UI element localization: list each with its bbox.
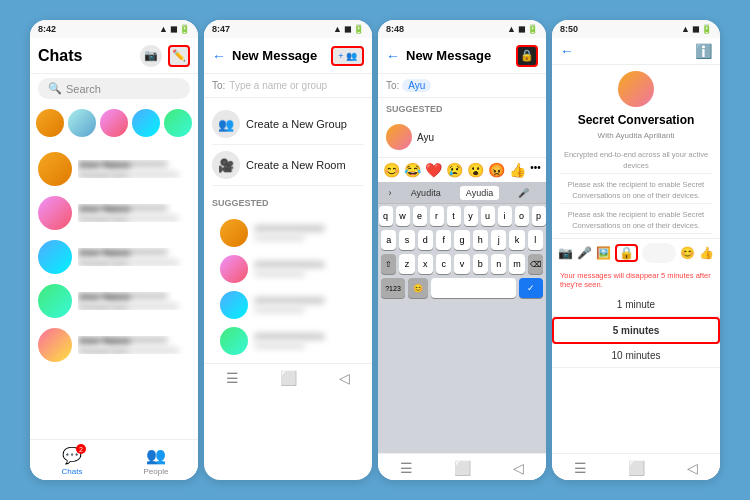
autocorrect-ayudia[interactable]: Ayudia: [460, 186, 499, 200]
avatar-row: [30, 103, 198, 143]
timer-10-minutes[interactable]: 10 minutes: [552, 344, 720, 368]
key-numbers[interactable]: ?123: [381, 278, 405, 298]
nav-chats[interactable]: 💬 2 Chats: [30, 446, 114, 476]
emoji-cry[interactable]: 😢: [446, 162, 463, 178]
nav-people[interactable]: 👥 People: [114, 446, 198, 476]
key-e[interactable]: e: [413, 206, 427, 226]
emoji-angry[interactable]: 😡: [488, 162, 505, 178]
key-l[interactable]: l: [528, 230, 543, 250]
nav-menu-3[interactable]: ☰: [378, 460, 434, 476]
chat-item-1[interactable]: User Name Preview text: [30, 147, 198, 191]
sc-thumbsup-icon[interactable]: 👍: [699, 246, 714, 260]
emoji-laugh[interactable]: 😂: [404, 162, 421, 178]
sc-text-input[interactable]: [642, 243, 676, 263]
nav-back-2[interactable]: ◁: [316, 370, 372, 386]
key-i[interactable]: i: [498, 206, 512, 226]
emoji-thumbsup[interactable]: 👍: [509, 162, 526, 178]
create-room-option[interactable]: 🎥 Create a New Room: [212, 145, 364, 186]
key-c[interactable]: c: [436, 254, 451, 274]
sc-emoji-icon[interactable]: 😊: [680, 246, 695, 260]
suggested-item-2[interactable]: [212, 251, 364, 287]
key-z[interactable]: z: [399, 254, 414, 274]
camera-button[interactable]: 📷: [140, 45, 162, 67]
search-placeholder: Search: [66, 83, 101, 95]
key-f[interactable]: f: [436, 230, 451, 250]
suggested-item-4[interactable]: [212, 323, 364, 359]
create-group-option[interactable]: 👥 Create a New Group: [212, 104, 364, 145]
nav-back-3[interactable]: ◁: [490, 460, 546, 476]
chat-item-2[interactable]: User Name Preview text: [30, 191, 198, 235]
suggested-label-3: Suggested: [378, 98, 546, 117]
back-button-3[interactable]: ←: [386, 48, 400, 64]
emoji-more[interactable]: •••: [530, 162, 541, 178]
emoji-heart[interactable]: ❤️: [425, 162, 442, 178]
sc-mic-icon[interactable]: 🎤: [577, 246, 592, 260]
back-button-2[interactable]: ←: [212, 48, 226, 64]
key-y[interactable]: y: [464, 206, 478, 226]
autocorrect-row: › Ayudita Ayudia 🎤: [378, 182, 546, 204]
key-shift[interactable]: ⇧: [381, 254, 396, 274]
key-w[interactable]: w: [396, 206, 410, 226]
key-s[interactable]: s: [399, 230, 414, 250]
story-avatar-4[interactable]: [132, 109, 160, 137]
sc-input-icons: 📷 🎤 🖼️ 🔒: [558, 244, 638, 262]
key-h[interactable]: h: [473, 230, 488, 250]
nav-home-4[interactable]: ⬜: [608, 460, 664, 476]
info-button[interactable]: ℹ️: [695, 43, 712, 59]
key-enter[interactable]: ✓: [519, 278, 543, 298]
key-d[interactable]: d: [418, 230, 433, 250]
nav-home-2[interactable]: ⬜: [260, 370, 316, 386]
key-q[interactable]: q: [379, 206, 393, 226]
key-p[interactable]: p: [532, 206, 546, 226]
timer-1-minute[interactable]: 1 minute: [552, 293, 720, 317]
ayu-suggestion[interactable]: Ayu: [386, 121, 538, 153]
key-x[interactable]: x: [418, 254, 433, 274]
to-field[interactable]: To: Type a name or group: [204, 74, 372, 98]
story-avatar-3[interactable]: [100, 109, 128, 137]
key-r[interactable]: r: [430, 206, 444, 226]
key-a[interactable]: a: [381, 230, 396, 250]
mic-autocorrect[interactable]: 🎤: [512, 186, 535, 200]
chat-name-2: User Name: [78, 204, 168, 212]
add-people-button[interactable]: + 👥: [331, 46, 364, 66]
chat-item-5[interactable]: User Name Preview text: [30, 323, 198, 367]
time-1: 8:42: [38, 24, 56, 34]
key-emoji[interactable]: 😊: [408, 278, 428, 298]
nav-menu-2[interactable]: ☰: [204, 370, 260, 386]
sc-camera-icon[interactable]: 📷: [558, 246, 573, 260]
emoji-surprise[interactable]: 😮: [467, 162, 484, 178]
edit-button[interactable]: ✏️: [168, 45, 190, 67]
story-avatar-5[interactable]: [164, 109, 192, 137]
sc-image-icon[interactable]: 🖼️: [596, 246, 611, 260]
key-o[interactable]: o: [515, 206, 529, 226]
search-bar[interactable]: 🔍 Search: [38, 78, 190, 99]
story-avatar-2[interactable]: [68, 109, 96, 137]
key-n[interactable]: n: [491, 254, 506, 274]
suggested-item-3[interactable]: [212, 287, 364, 323]
autocorrect-ayudita[interactable]: Ayudita: [405, 186, 447, 200]
key-k[interactable]: k: [509, 230, 524, 250]
nav-back-4[interactable]: ◁: [664, 460, 720, 476]
nav-menu-4[interactable]: ☰: [552, 460, 608, 476]
key-b[interactable]: b: [473, 254, 488, 274]
key-j[interactable]: j: [491, 230, 506, 250]
back-button-4[interactable]: ←: [560, 43, 574, 59]
story-avatar-1[interactable]: [36, 109, 64, 137]
timer-5-minutes[interactable]: 5 minutes: [552, 317, 720, 344]
suggested-item-1[interactable]: [212, 215, 364, 251]
key-m[interactable]: m: [509, 254, 524, 274]
key-t[interactable]: t: [447, 206, 461, 226]
search-icon: 🔍: [48, 82, 62, 95]
chat-item-3[interactable]: User Name Preview text: [30, 235, 198, 279]
emoji-smile[interactable]: 😊: [383, 162, 400, 178]
to-ayu-field[interactable]: To: Ayu: [378, 74, 546, 98]
key-u[interactable]: u: [481, 206, 495, 226]
nav-home-3[interactable]: ⬜: [434, 460, 490, 476]
key-backspace[interactable]: ⌫: [528, 254, 543, 274]
chat-item-4[interactable]: User Name Preview text: [30, 279, 198, 323]
secret-conversation-button[interactable]: 🔒: [516, 45, 538, 67]
key-v[interactable]: v: [454, 254, 469, 274]
key-g[interactable]: g: [454, 230, 469, 250]
key-space[interactable]: [431, 278, 516, 298]
sc-lock-icon[interactable]: 🔒: [615, 244, 638, 262]
